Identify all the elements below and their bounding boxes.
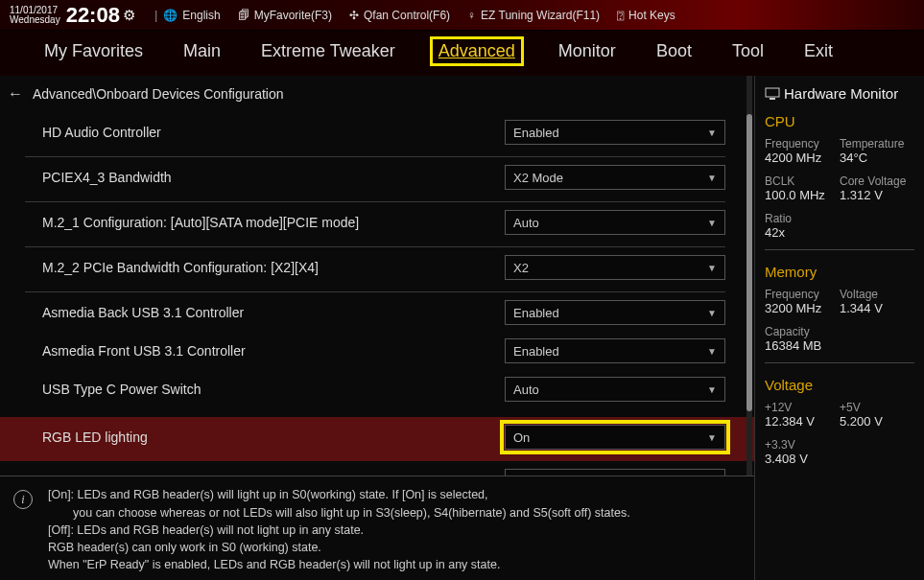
breadcrumb: Advanced\Onboard Devices Configuration xyxy=(33,86,284,102)
mem-volt-value: 1.344 V xyxy=(840,301,914,315)
select-rgb-sleep[interactable]: Off ▼ xyxy=(505,469,725,476)
hardware-monitor-sidebar: Hardware Monitor CPU Frequency 4200 MHz … xyxy=(755,76,924,580)
cpu-temp-value: 34°C xyxy=(840,151,914,165)
cpu-row-1: Frequency 4200 MHz Temperature 34°C xyxy=(765,137,914,174)
sidebar-title-row: Hardware Monitor xyxy=(765,85,914,102)
v12-value: 12.384 V xyxy=(765,414,840,429)
scrollbar-thumb[interactable] xyxy=(746,114,752,411)
section-cpu: CPU xyxy=(765,113,914,129)
section-voltage: Voltage xyxy=(765,377,914,393)
help-box: i [On]: LEDs and RGB header(s) will ligh… xyxy=(0,476,754,580)
divider xyxy=(765,362,914,363)
help-line-2: you can choose whereas or not LEDs will … xyxy=(48,504,735,522)
row-asm-front: Asmedia Front USB 3.1 Controller Enabled… xyxy=(25,331,725,369)
svg-rect-1 xyxy=(770,98,775,100)
label-pciex4: PCIEX4_3 Bandwidth xyxy=(42,170,505,185)
row-rgb-sleep: In sleep, hibernate and soft off states … xyxy=(25,461,725,476)
tab-tweaker[interactable]: Extreme Tweaker xyxy=(255,38,401,64)
divider xyxy=(765,249,914,250)
row-usbc: USB Type C Power Switch Auto ▼ xyxy=(25,369,725,417)
separator: | xyxy=(154,8,157,22)
value-hd-audio: Enabled xyxy=(513,126,559,140)
value-asm-front: Enabled xyxy=(513,344,559,359)
v33-label: +3.3V xyxy=(765,438,914,452)
cpu-temp-label: Temperature xyxy=(840,137,914,151)
myfavorite-button[interactable]: 🗐 MyFavorite(F3) xyxy=(238,9,332,22)
tab-boot[interactable]: Boot xyxy=(651,38,698,64)
eztuning-button[interactable]: ♀ EZ Tuning Wizard(F11) xyxy=(467,9,600,22)
bulb-icon: ♀ xyxy=(467,9,476,22)
date-text: 11/01/2017 xyxy=(10,6,60,15)
v5-value: 5.200 V xyxy=(840,414,914,429)
select-usbc[interactable]: Auto ▼ xyxy=(505,377,725,402)
select-asm-front[interactable]: Enabled ▼ xyxy=(505,338,725,363)
select-m22[interactable]: X2 ▼ xyxy=(505,255,725,280)
document-icon: 🗐 xyxy=(238,9,249,22)
tab-advanced[interactable]: Advanced xyxy=(430,36,524,66)
chevron-down-icon: ▼ xyxy=(707,128,717,138)
cpu-freq-label: Frequency xyxy=(765,137,840,151)
v5-label: +5V xyxy=(840,401,914,414)
mem-freq-value: 3200 MHz xyxy=(765,301,840,315)
v33-value: 3.408 V xyxy=(765,452,914,466)
chevron-down-icon: ▼ xyxy=(707,346,717,357)
chevron-down-icon: ▼ xyxy=(707,308,717,318)
tab-bar: My Favorites Main Extreme Tweaker Advanc… xyxy=(0,31,924,76)
eztuning-label: EZ Tuning Wizard(F11) xyxy=(481,9,600,22)
label-rgb: RGB LED lighting xyxy=(42,429,505,445)
value-usbc: Auto xyxy=(513,383,539,397)
chevron-down-icon: ▼ xyxy=(707,218,717,228)
cpu-bclk-value: 100.0 MHz xyxy=(765,188,840,202)
chevron-down-icon: ▼ xyxy=(707,432,717,443)
gear-icon[interactable]: ⚙ xyxy=(123,7,135,24)
hotkeys-button[interactable]: ⍰ Hot Keys xyxy=(617,9,675,22)
main-area: ← Advanced\Onboard Devices Configuration… xyxy=(0,76,924,580)
tab-monitor[interactable]: Monitor xyxy=(553,38,622,64)
chevron-down-icon: ▼ xyxy=(707,263,717,273)
mem-volt-label: Voltage xyxy=(840,288,914,301)
date-block: 11/01/2017 Wednesday xyxy=(10,6,60,25)
select-asm-back[interactable]: Enabled ▼ xyxy=(505,300,725,325)
select-m21[interactable]: Auto ▼ xyxy=(505,210,725,235)
row-hd-audio: HD Audio Controller Enabled ▼ xyxy=(25,112,725,157)
back-arrow-icon[interactable]: ← xyxy=(8,85,23,103)
help-line-3: [Off]: LEDs and RGB header(s) will not l… xyxy=(48,522,735,539)
tab-tool[interactable]: Tool xyxy=(726,38,770,64)
fan-icon: ✣ xyxy=(349,9,359,22)
help-line-4: RGB header(s) can only work in S0 (worki… xyxy=(48,539,735,556)
cpu-cv-label: Core Voltage xyxy=(840,174,914,188)
label-hd-audio: HD Audio Controller xyxy=(42,125,505,140)
help-line-1: [On]: LEDs and RGB header(s) will light … xyxy=(48,486,735,503)
select-hd-audio[interactable]: Enabled ▼ xyxy=(505,120,725,145)
monitor-icon xyxy=(765,86,780,102)
globe-icon: 🌐 xyxy=(163,9,178,22)
cpu-row-2: BCLK 100.0 MHz Core Voltage 1.312 V xyxy=(765,174,914,212)
settings-panel: ← Advanced\Onboard Devices Configuration… xyxy=(0,76,754,476)
label-usbc: USB Type C Power Switch xyxy=(42,382,505,397)
cpu-cv-value: 1.312 V xyxy=(840,188,914,202)
select-rgb[interactable]: On ▼ xyxy=(505,425,725,450)
value-m21: Auto xyxy=(513,216,539,230)
cpu-ratio-value: 42x xyxy=(765,225,914,240)
info-icon: i xyxy=(13,490,33,509)
clock-time: 22:08 xyxy=(66,3,120,28)
mem-row-1: Frequency 3200 MHz Voltage 1.344 V xyxy=(765,288,914,325)
tab-exit[interactable]: Exit xyxy=(798,38,839,64)
breadcrumb-row: ← Advanced\Onboard Devices Configuration xyxy=(8,85,725,103)
row-rgb[interactable]: RGB LED lighting On ▼ xyxy=(0,417,754,461)
select-pciex4[interactable]: X2 Mode ▼ xyxy=(505,165,725,190)
language-button[interactable]: 🌐 English xyxy=(163,9,220,22)
label-m22: M.2_2 PCIe Bandwidth Configuration: [X2]… xyxy=(42,260,505,275)
cpu-ratio-label: Ratio xyxy=(765,212,914,225)
label-asm-back: Asmedia Back USB 3.1 Controller xyxy=(42,305,505,320)
value-asm-back: Enabled xyxy=(513,306,559,320)
hotkeys-label: Hot Keys xyxy=(628,9,675,22)
value-pciex4: X2 Mode xyxy=(513,171,563,185)
tab-main[interactable]: Main xyxy=(178,38,226,64)
row-m21: M.2_1 Configuration: [Auto][SATA mode][P… xyxy=(25,202,725,247)
tab-favorites[interactable]: My Favorites xyxy=(38,38,149,64)
label-m21: M.2_1 Configuration: [Auto][SATA mode][P… xyxy=(42,215,505,230)
chevron-down-icon: ▼ xyxy=(707,173,717,183)
help-line-5: When "ErP Ready" is enabled, LEDs and RG… xyxy=(48,556,735,573)
qfan-button[interactable]: ✣ Qfan Control(F6) xyxy=(349,9,450,22)
